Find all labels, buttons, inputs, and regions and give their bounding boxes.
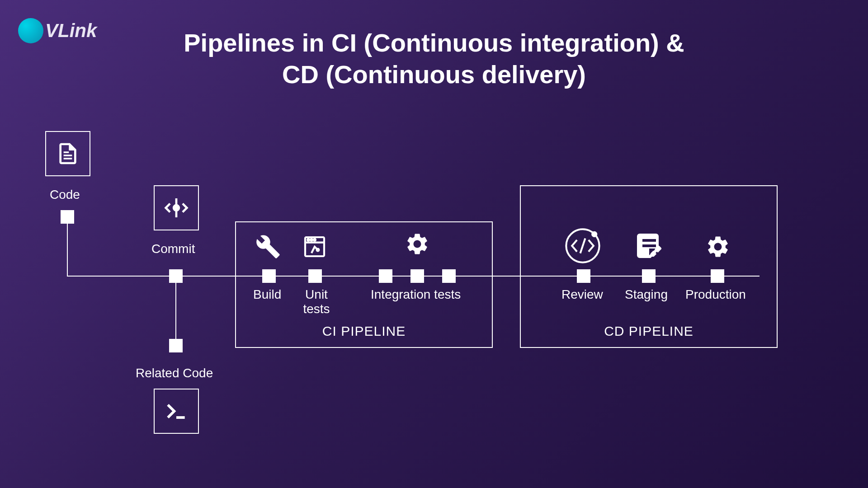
commit-label: Commit bbox=[151, 242, 195, 256]
production-node bbox=[711, 269, 724, 283]
svg-point-6 bbox=[307, 239, 309, 241]
unit-tests-label: Unit tests bbox=[296, 287, 337, 316]
related-code-label: Related Code bbox=[136, 366, 213, 380]
build-node bbox=[262, 269, 276, 283]
document-icon bbox=[55, 141, 80, 166]
cd-pipeline-box: CD PIPELINE bbox=[520, 185, 778, 348]
code-node bbox=[61, 210, 74, 224]
review-label: Review bbox=[561, 287, 603, 302]
code-icon-box bbox=[45, 131, 90, 176]
svg-point-0 bbox=[174, 205, 179, 211]
terminal-icon bbox=[164, 399, 189, 424]
gear-icon bbox=[705, 234, 731, 259]
production-icon bbox=[705, 234, 731, 261]
integration-tests-label: Integration tests bbox=[371, 287, 461, 302]
staging-node bbox=[642, 269, 656, 283]
commit-icon-box bbox=[154, 185, 199, 230]
commit-icon bbox=[164, 195, 189, 221]
svg-point-11 bbox=[592, 232, 596, 236]
staging-label: Staging bbox=[625, 287, 668, 302]
terminal-icon-box bbox=[154, 389, 199, 434]
cd-pipeline-title: CD PIPELINE bbox=[604, 324, 693, 339]
svg-line-12 bbox=[580, 239, 585, 253]
build-icon bbox=[255, 234, 281, 261]
review-icon bbox=[563, 226, 603, 267]
gear-icon bbox=[405, 231, 430, 257]
pipeline-diagram: Code Commit Related Code CI PIPELINE Bui… bbox=[0, 0, 868, 488]
svg-point-7 bbox=[311, 239, 312, 241]
integration-node-2 bbox=[410, 269, 424, 283]
integration-tests-icon bbox=[405, 231, 430, 258]
integration-node-1 bbox=[379, 269, 392, 283]
commit-node bbox=[169, 269, 183, 283]
unit-tests-node bbox=[308, 269, 322, 283]
staging-icon bbox=[633, 230, 665, 264]
build-label: Build bbox=[253, 287, 281, 302]
related-code-node bbox=[169, 339, 183, 352]
svg-point-8 bbox=[314, 239, 316, 241]
production-label: Production bbox=[685, 287, 746, 302]
review-node bbox=[577, 269, 590, 283]
ci-pipeline-title: CI PIPELINE bbox=[322, 324, 406, 339]
unit-tests-icon bbox=[302, 234, 327, 261]
code-label: Code bbox=[50, 188, 80, 202]
svg-point-9 bbox=[317, 249, 319, 251]
integration-node-3 bbox=[442, 269, 456, 283]
